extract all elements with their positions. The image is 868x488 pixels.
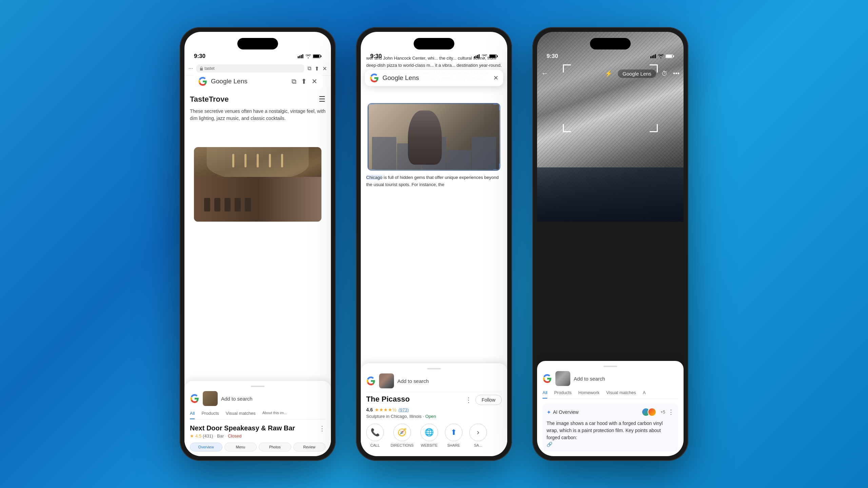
status-bar-1: 9:30 — [184, 49, 331, 62]
browser-actions: ⧉ ⬆ ✕ — [308, 65, 327, 72]
ai-header-right: +5 ⋮ — [642, 408, 674, 416]
wifi-icon-3 — [658, 54, 664, 58]
google-g-icon — [198, 77, 208, 86]
scan-corner-br — [493, 164, 500, 170]
stool-3 — [224, 198, 231, 211]
follow-button[interactable]: Follow — [475, 395, 502, 405]
bar-light-5 — [281, 154, 283, 167]
bldg-1 — [372, 137, 396, 170]
panel-thumbnail-1 — [203, 391, 218, 406]
phone-1-screen: 9:30 ··· tastet ⧉ ⬆ ✕ — [184, 32, 331, 456]
dynamic-island-3 — [590, 38, 631, 49]
tab-products-3[interactable]: Products — [554, 390, 571, 399]
action-website[interactable]: 🌐 WEBSITE — [420, 424, 438, 447]
bar-image — [194, 147, 321, 222]
tab-visual-matches-1[interactable]: Visual matches — [226, 411, 256, 419]
dynamic-island-2 — [414, 38, 454, 49]
scan-corner-br-3 — [650, 124, 658, 132]
action-call[interactable]: 📞 CALL — [366, 424, 384, 447]
result-row-1: Next Door Speakeasy & Raw Bar ★ 4.5 (431… — [190, 424, 326, 439]
action-share[interactable]: ⬆ SHARE — [445, 424, 462, 447]
hamburger-menu[interactable]: ☰ — [319, 95, 326, 104]
svg-rect-9 — [477, 55, 478, 58]
lens-toolbar-right-1: ⧉ ⬆ ✕ — [292, 77, 317, 85]
svg-rect-19 — [673, 56, 674, 57]
lens-copy-icon[interactable]: ⧉ — [292, 78, 296, 85]
ai-avatar-2 — [648, 408, 656, 416]
panel-thumbnail-2 — [379, 373, 394, 388]
lens-close-icon[interactable]: ✕ — [312, 77, 317, 85]
browser-close-icon[interactable]: ✕ — [322, 65, 327, 72]
picasso-status: Open — [425, 414, 436, 419]
call-button-circle: 📞 — [366, 424, 384, 441]
add-to-search-row-2[interactable]: Add to search — [366, 373, 502, 388]
google-g-icon-panel-3 — [542, 374, 552, 383]
svg-rect-16 — [653, 55, 654, 58]
lock-icon — [200, 66, 203, 70]
save-button-circle: › — [469, 424, 487, 441]
flash-icon-3[interactable]: ⚡ — [605, 70, 612, 77]
ai-link-icon[interactable]: 🔗 — [547, 442, 552, 447]
website-button-circle: 🌐 — [420, 424, 438, 441]
action-directions[interactable]: 🧭 DIRECTIONS — [391, 424, 414, 447]
article-highlighted: Chicago — [366, 175, 382, 180]
svg-rect-2 — [301, 55, 302, 58]
site-header-1: TasteTrove ☰ — [190, 95, 326, 104]
picasso-more-icon[interactable]: ⋮ — [465, 396, 472, 404]
panel-handle-2 — [427, 368, 441, 369]
lens-close-icon-2[interactable]: ✕ — [493, 74, 498, 82]
svg-rect-13 — [490, 55, 496, 58]
tab-homework-3[interactable]: Homework — [578, 390, 599, 399]
browser-menu[interactable]: ··· — [189, 65, 193, 72]
add-to-search-text-1: Add to search — [221, 396, 253, 402]
battery-icon — [313, 54, 321, 58]
svg-rect-8 — [476, 56, 477, 58]
url-text: tastet — [204, 66, 214, 71]
bnav-photos-1[interactable]: Photos — [259, 443, 291, 451]
tab-all-1[interactable]: All — [190, 411, 195, 419]
back-icon-3[interactable]: ← — [541, 69, 549, 78]
bottom-panel-1: Add to search All Products Visual matche… — [184, 381, 331, 456]
panel-handle-3 — [604, 366, 617, 367]
nav-tabs-3: All Products Homework Visual matches A — [542, 390, 678, 399]
browser-share-icon[interactable]: ⬆ — [315, 65, 319, 72]
more-icon-3[interactable]: ••• — [673, 70, 679, 77]
stool-5 — [245, 198, 251, 211]
rating-1: 4.5 — [195, 433, 201, 439]
timer-icon-3[interactable]: ⏱ — [662, 70, 668, 77]
scan-corner-bl — [368, 164, 375, 170]
tab-visual-matches-3[interactable]: Visual matches — [606, 390, 636, 399]
lens-toolbar-3: ← ⚡ Google Lens ⏱ ••• — [541, 69, 679, 78]
signal-icon-2 — [474, 54, 480, 58]
stool-2 — [214, 198, 220, 211]
add-to-search-row-1[interactable]: Add to search — [190, 391, 326, 406]
status-bar-3: 9:30 — [537, 49, 684, 62]
tab-products-1[interactable]: Products — [201, 411, 219, 419]
result-more-1[interactable]: ⋮ — [319, 424, 326, 432]
nav-tabs-1: All Products Visual matches About this i… — [190, 411, 326, 420]
svg-rect-3 — [302, 54, 303, 58]
phone-2-screen: wer and John Hancock Center, whi... the … — [361, 32, 507, 456]
windshield-area — [537, 167, 684, 222]
tab-more-3[interactable]: A — [643, 390, 646, 399]
lens-share-icon[interactable]: ⬆ — [301, 77, 307, 85]
dot-sep-2: · — [225, 433, 226, 439]
phone-3-screen: 9:30 ← ⚡ Google Lens ⏱ ••• — [537, 32, 684, 456]
tab-about-1[interactable]: About this im... — [262, 411, 287, 419]
website-label: WEBSITE — [421, 443, 438, 447]
action-save[interactable]: › SA... — [469, 424, 487, 447]
lens-title-1: Google Lens — [211, 78, 248, 85]
picasso-stars: ★★★★½ — [375, 407, 396, 412]
bnav-overview-1[interactable]: Overview — [190, 443, 222, 451]
ai-more-icon[interactable]: ⋮ — [668, 408, 674, 416]
browser-url-field[interactable]: tastet — [196, 64, 304, 73]
browser-copy-icon[interactable]: ⧉ — [308, 65, 311, 72]
tab-all-3[interactable]: All — [542, 390, 547, 399]
bnav-review-1[interactable]: Review — [293, 443, 326, 451]
ai-description-text: The image shows a car hood with a forged… — [547, 420, 674, 441]
bnav-menu-1[interactable]: Menu — [224, 443, 257, 451]
add-to-search-row-3[interactable]: Add to search — [542, 371, 678, 386]
svg-rect-5 — [321, 56, 322, 57]
bar-lights — [232, 154, 283, 167]
scan-corner-tr — [493, 103, 500, 110]
